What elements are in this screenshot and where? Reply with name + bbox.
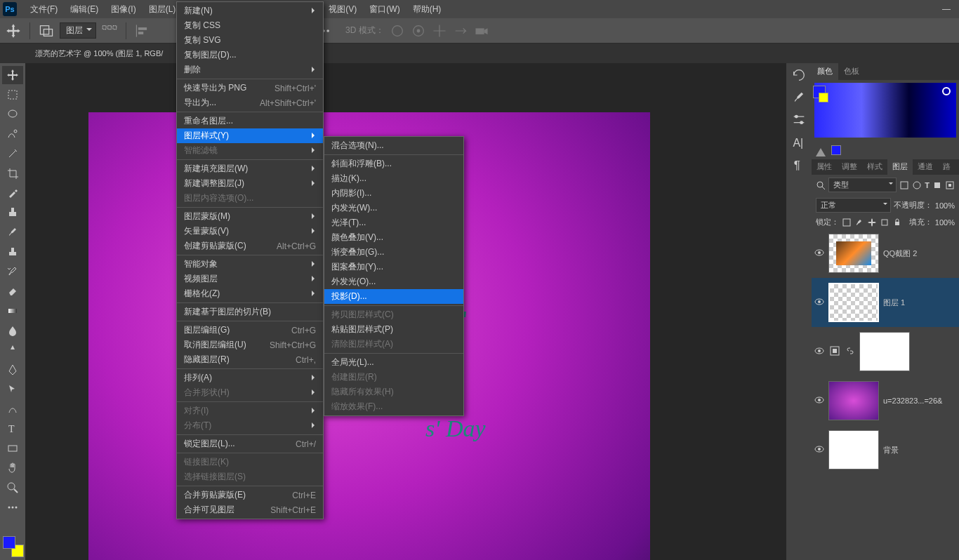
- menu-view[interactable]: 视图(V): [322, 0, 363, 18]
- menu-item[interactable]: 栅格化(Z): [177, 286, 323, 301]
- 3d-orbit-icon[interactable]: [390, 23, 405, 39]
- menu-item[interactable]: 光泽(T)...: [324, 215, 463, 230]
- menu-item[interactable]: 隐藏图层(R)Ctrl+,: [177, 352, 323, 367]
- menu-item[interactable]: 渐变叠加(G)...: [324, 245, 463, 260]
- fg-bg-color[interactable]: [3, 536, 24, 557]
- menu-item[interactable]: 图层样式(Y): [177, 128, 323, 143]
- gradient-tool[interactable]: [2, 302, 23, 320]
- menu-item[interactable]: 视频图层: [177, 272, 323, 286]
- menu-item[interactable]: 外发光(O)...: [324, 274, 463, 289]
- tab-styles[interactable]: 样式: [862, 159, 887, 175]
- menu-item[interactable]: 复制 SVG: [177, 33, 323, 48]
- layer-name[interactable]: 背景: [883, 445, 899, 455]
- menu-item[interactable]: 智能对象: [177, 257, 323, 272]
- menu-item[interactable]: 内发光(W)...: [324, 201, 463, 215]
- transform-controls-icon[interactable]: [102, 23, 117, 39]
- hand-tool[interactable]: [2, 459, 23, 477]
- type-tool[interactable]: T: [2, 420, 23, 438]
- lock-pixels-icon[interactable]: [854, 218, 864, 227]
- menu-item[interactable]: 图案叠加(Y)...: [324, 260, 463, 274]
- menu-item[interactable]: 锁定图层(L)...Ctrl+/: [177, 436, 323, 451]
- menu-item[interactable]: 投影(D)...: [324, 289, 463, 304]
- opacity-value[interactable]: 100%: [935, 201, 955, 210]
- menu-edit[interactable]: 编辑(E): [64, 0, 105, 18]
- menu-item[interactable]: 取消图层编组(U)Shift+Ctrl+G: [177, 338, 323, 352]
- menu-item[interactable]: 图层蒙版(M): [177, 209, 323, 224]
- lock-position-icon[interactable]: [867, 218, 877, 227]
- tab-properties[interactable]: 属性: [812, 159, 837, 175]
- visibility-icon[interactable]: [814, 248, 824, 260]
- visibility-icon[interactable]: [814, 444, 824, 456]
- filter-shape-icon[interactable]: [932, 180, 942, 190]
- menu-item[interactable]: 导出为...Alt+Shift+Ctrl+': [177, 95, 323, 110]
- adjust-panel-icon[interactable]: [791, 112, 807, 128]
- history-brush-tool[interactable]: [2, 262, 23, 281]
- menu-item[interactable]: 新建调整图层(J): [177, 176, 323, 191]
- window-minimize[interactable]: —: [934, 4, 959, 14]
- layer-thumbnail[interactable]: [828, 234, 879, 273]
- layer-name[interactable]: QQ截图 2: [883, 248, 917, 259]
- visibility-icon[interactable]: [814, 346, 824, 358]
- layer-row[interactable]: QQ截图 2: [812, 229, 959, 278]
- layer-thumbnail[interactable]: [859, 332, 910, 371]
- tab-paths[interactable]: 路: [938, 159, 955, 175]
- layer-name[interactable]: u=232823...=26&: [883, 396, 942, 405]
- blur-tool[interactable]: [2, 321, 23, 340]
- auto-select-icon[interactable]: [39, 23, 54, 39]
- pen-tool[interactable]: [2, 361, 23, 379]
- tab-channels[interactable]: 通道: [913, 159, 938, 175]
- layer-thumbnail[interactable]: [828, 381, 879, 420]
- menu-item[interactable]: 合并剪贴蒙版(E)Ctrl+E: [177, 488, 323, 502]
- menu-item[interactable]: 删除: [177, 62, 323, 77]
- tab-swatches[interactable]: 色板: [838, 63, 865, 80]
- color-picker[interactable]: [814, 83, 956, 138]
- menu-item[interactable]: 混合选项(N)...: [324, 138, 463, 153]
- layer-thumbnail[interactable]: [828, 430, 879, 469]
- eraser-tool[interactable]: [2, 282, 23, 300]
- tab-layers[interactable]: 图层: [887, 159, 913, 175]
- filter-smart-icon[interactable]: [945, 180, 955, 190]
- eyedropper-tool[interactable]: [2, 184, 23, 202]
- menu-item[interactable]: 全局光(L)...: [324, 355, 463, 370]
- menu-item[interactable]: 复制 CSS: [177, 18, 323, 33]
- foreground-color[interactable]: [3, 536, 15, 549]
- menu-item[interactable]: 图层编组(G)Ctrl+G: [177, 323, 323, 338]
- menu-item[interactable]: 合并可见图层Shift+Ctrl+E: [177, 502, 323, 517]
- 3d-roll-icon[interactable]: [411, 23, 426, 39]
- menu-item[interactable]: 创建剪贴蒙版(C)Alt+Ctrl+G: [177, 239, 323, 253]
- quick-select-tool[interactable]: [2, 125, 23, 143]
- menu-item[interactable]: 颜色叠加(V)...: [324, 230, 463, 245]
- menu-item[interactable]: 新建(N): [177, 4, 323, 18]
- menu-item[interactable]: 内阴影(I)...: [324, 186, 463, 201]
- clone-tool[interactable]: [2, 243, 23, 261]
- shape-tool[interactable]: [2, 439, 23, 458]
- 3d-camera-icon[interactable]: [474, 23, 489, 39]
- document-tab[interactable]: 漂亮的艺术字 @ 100% (图层 1, RGB/: [28, 46, 170, 62]
- paragraph-panel-icon[interactable]: ¶: [791, 157, 807, 173]
- fill-value[interactable]: 100%: [935, 218, 955, 227]
- pen-freeform-tool[interactable]: [2, 400, 23, 418]
- visibility-icon[interactable]: [814, 297, 824, 309]
- menu-item[interactable]: 描边(K)...: [324, 171, 463, 186]
- move-tool-icon[interactable]: [6, 23, 21, 39]
- lock-all-icon[interactable]: [892, 218, 902, 227]
- menu-item[interactable]: 排列(A): [177, 371, 323, 385]
- menu-file[interactable]: 文件(F): [24, 0, 64, 18]
- 3d-pan-icon[interactable]: [432, 23, 447, 39]
- layer-name[interactable]: 图层 1: [883, 298, 905, 308]
- blend-mode-dropdown[interactable]: 正常: [816, 198, 891, 213]
- menu-image[interactable]: 图像(I): [105, 0, 142, 18]
- brush-panel-icon[interactable]: [791, 90, 807, 105]
- menu-item[interactable]: 新建基于图层的切片(B): [177, 305, 323, 319]
- 3d-slide-icon[interactable]: [453, 23, 468, 39]
- edit-toolbar-tool[interactable]: [2, 498, 23, 516]
- layer-row[interactable]: 背景: [812, 425, 959, 474]
- filter-adjust-icon[interactable]: [912, 180, 922, 190]
- brush-tool[interactable]: [2, 223, 23, 241]
- menu-item[interactable]: 粘贴图层样式(P): [324, 322, 463, 337]
- move-tool[interactable]: [2, 66, 23, 84]
- menu-item[interactable]: 重命名图层...: [177, 114, 323, 128]
- menu-item[interactable]: 矢量蒙版(V): [177, 224, 323, 239]
- layer-row[interactable]: [812, 327, 959, 376]
- visibility-icon[interactable]: [814, 395, 824, 407]
